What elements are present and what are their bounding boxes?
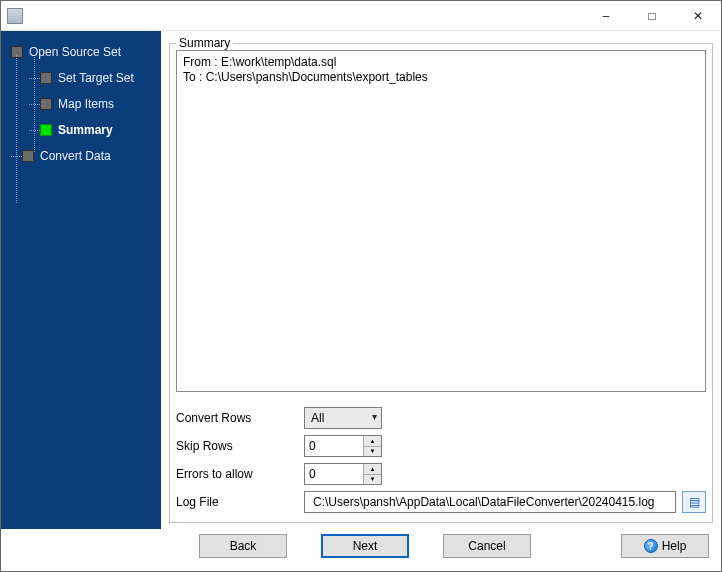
log-file-input[interactable] <box>311 494 669 510</box>
help-icon: ? <box>644 539 658 553</box>
sidebar-item-label: Convert Data <box>40 149 111 163</box>
stepper-up-icon[interactable]: ▲ <box>364 464 381 475</box>
step-bullet-icon <box>22 150 34 162</box>
sidebar-item-set-target-set[interactable]: Set Target Set <box>1 65 161 91</box>
sidebar-item-map-items[interactable]: Map Items <box>1 91 161 117</box>
log-file-field-wrap <box>304 491 676 513</box>
minimize-button[interactable]: – <box>583 1 629 31</box>
app-icon <box>7 8 23 24</box>
groupbox-title: Summary <box>176 36 233 50</box>
chevron-down-icon: ▾ <box>372 411 377 422</box>
step-bullet-icon <box>40 72 52 84</box>
skip-rows-input[interactable] <box>305 436 363 456</box>
log-file-label: Log File <box>176 495 304 509</box>
stepper-down-icon[interactable]: ▼ <box>364 447 381 457</box>
options-form: Convert Rows All ▾ Skip Rows ▲ ▼ <box>176 404 706 516</box>
wizard-footer: Back Next Cancel ? Help <box>1 529 721 571</box>
stepper-down-icon[interactable]: ▼ <box>364 475 381 485</box>
browse-log-button[interactable]: ▤ <box>682 491 706 513</box>
stepper-up-icon[interactable]: ▲ <box>364 436 381 447</box>
errors-allow-input[interactable] <box>305 464 363 484</box>
errors-allow-stepper[interactable]: ▲ ▼ <box>304 463 382 485</box>
help-button[interactable]: ? Help <box>621 534 709 558</box>
wizard-sidebar: Open Source Set Set Target Set Map Items… <box>1 31 161 529</box>
step-bullet-active-icon <box>40 124 52 136</box>
summary-textarea[interactable] <box>176 50 706 392</box>
sidebar-item-convert-data[interactable]: Convert Data <box>1 143 161 169</box>
back-button[interactable]: Back <box>199 534 287 558</box>
errors-allow-label: Errors to allow <box>176 467 304 481</box>
summary-groupbox: Summary Convert Rows All ▾ Skip Rows <box>169 43 713 523</box>
skip-rows-label: Skip Rows <box>176 439 304 453</box>
next-button[interactable]: Next <box>321 534 409 558</box>
step-bullet-icon <box>11 46 23 58</box>
main-panel: Summary Convert Rows All ▾ Skip Rows <box>161 31 721 529</box>
sidebar-item-open-source-set[interactable]: Open Source Set <box>1 39 161 65</box>
maximize-button[interactable]: □ <box>629 1 675 31</box>
sidebar-item-label: Set Target Set <box>58 71 134 85</box>
sidebar-item-label: Map Items <box>58 97 114 111</box>
sidebar-item-label: Summary <box>58 123 113 137</box>
document-icon: ▤ <box>689 495 700 509</box>
title-bar: – □ ✕ <box>1 1 721 31</box>
sidebar-item-label: Open Source Set <box>29 45 121 59</box>
step-bullet-icon <box>40 98 52 110</box>
app-window: – □ ✕ Open Source Set Set Target Set <box>0 0 722 572</box>
close-button[interactable]: ✕ <box>675 1 721 31</box>
convert-rows-select[interactable]: All ▾ <box>304 407 382 429</box>
cancel-button[interactable]: Cancel <box>443 534 531 558</box>
convert-rows-value: All <box>311 411 324 425</box>
sidebar-item-summary[interactable]: Summary <box>1 117 161 143</box>
skip-rows-stepper[interactable]: ▲ ▼ <box>304 435 382 457</box>
convert-rows-label: Convert Rows <box>176 411 304 425</box>
